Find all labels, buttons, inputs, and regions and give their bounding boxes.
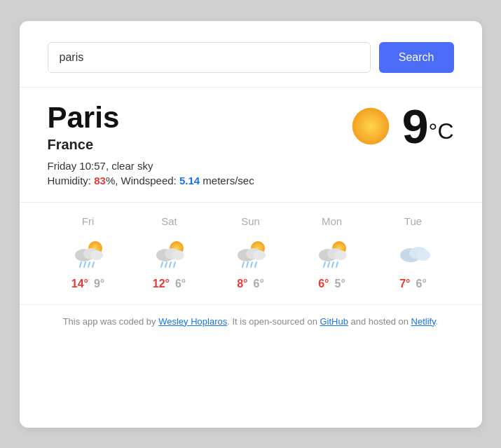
forecast-temps-sat: 12° 6° — [129, 278, 210, 290]
weather-card: Search Paris France 9°C F — [20, 21, 482, 428]
main-temperature: 9°C — [402, 102, 454, 150]
search-row: Search — [48, 42, 454, 73]
forecast-temps-tue: 7° 6° — [373, 278, 454, 290]
svg-line-32 — [336, 262, 338, 267]
forecast-icon-mon — [314, 234, 350, 271]
svg-line-5 — [80, 262, 81, 267]
humidity-value: 83 — [94, 175, 106, 186]
search-input[interactable] — [48, 42, 371, 73]
svg-line-16 — [174, 262, 175, 267]
day-label-sun: Sun — [210, 215, 291, 227]
svg-line-7 — [88, 262, 90, 267]
svg-point-4 — [90, 250, 103, 260]
forecast-icon-fri — [70, 234, 107, 271]
weather-datetime: Friday 10:57, clear sky — [48, 160, 454, 172]
search-divider — [20, 87, 482, 88]
svg-line-21 — [242, 262, 244, 267]
github-link[interactable]: GitHub — [320, 316, 348, 327]
svg-line-14 — [165, 262, 167, 267]
svg-point-12 — [172, 250, 184, 260]
weather-main: Paris France 9°C — [48, 102, 454, 153]
forecast-mon: Mon 6° 5° — [291, 215, 373, 290]
svg-line-23 — [251, 262, 252, 267]
forecast-temps-sun: 8° 6° — [210, 278, 291, 290]
forecast-tue: Tue 7° 6° — [373, 215, 454, 290]
day-label-tue: Tue — [373, 215, 454, 227]
weather-icon-temp: 9°C — [346, 102, 454, 151]
forecast-icon-sat — [151, 234, 188, 271]
day-label-fri: Fri — [48, 215, 129, 227]
svg-line-13 — [161, 262, 163, 267]
forecast-fri: Fri 14° 9° — [48, 215, 129, 290]
forecast-divider — [20, 202, 482, 203]
forecast-row: Fri 14° 9° Sat — [48, 215, 454, 290]
svg-point-28 — [334, 250, 347, 260]
forecast-icon-sun — [233, 234, 269, 271]
svg-line-8 — [92, 262, 94, 267]
svg-line-24 — [255, 262, 256, 267]
forecast-sun: Sun 8° 6° — [210, 215, 291, 290]
forecast-sat: Sat 12° 6° — [129, 215, 210, 290]
svg-line-31 — [332, 262, 334, 267]
country-name: France — [48, 137, 120, 153]
svg-point-0 — [352, 107, 390, 144]
search-button[interactable]: Search — [379, 42, 454, 73]
svg-point-20 — [253, 250, 266, 260]
weather-stats: Humidity: 83%, Windspeed: 5.14 meters/se… — [48, 175, 454, 186]
svg-line-15 — [170, 262, 171, 267]
windspeed-value: 5.14 — [179, 175, 200, 186]
svg-line-6 — [84, 262, 85, 267]
city-info: Paris France — [48, 102, 120, 153]
day-label-mon: Mon — [291, 215, 373, 227]
svg-line-30 — [328, 262, 329, 267]
svg-line-22 — [247, 262, 248, 267]
footer-divider — [20, 304, 482, 305]
day-label-sat: Sat — [129, 215, 210, 227]
city-name: Paris — [48, 102, 120, 134]
svg-point-35 — [416, 250, 430, 261]
author-link[interactable]: Wesley Hoplaros — [158, 316, 227, 327]
footer: This app was coded by Wesley Hoplaros. I… — [48, 316, 454, 327]
forecast-icon-tue — [395, 234, 432, 271]
forecast-temps-mon: 6° 5° — [291, 278, 373, 290]
forecast-temps-fri: 14° 9° — [48, 278, 129, 290]
svg-line-29 — [324, 262, 325, 267]
netlify-link[interactable]: Netlify — [411, 316, 436, 327]
sun-icon — [346, 102, 395, 151]
